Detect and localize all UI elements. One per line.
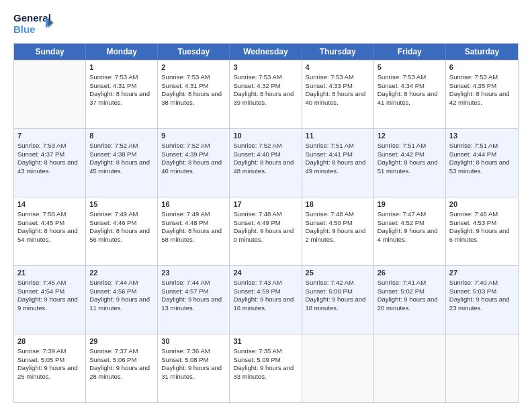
day-number: 31 (233, 336, 298, 347)
calendar-header: SundayMondayTuesdayWednesdayThursdayFrid… (14, 44, 518, 60)
day-number: 19 (378, 199, 442, 210)
sunrise-text: Sunrise: 7:53 AM (89, 73, 138, 81)
daylight-text: Daylight: 9 hours and 13 minutes. (161, 295, 222, 312)
logo: GeneralBlue (13, 11, 54, 36)
calendar-cell: 26Sunrise: 7:41 AMSunset: 5:02 PMDayligh… (374, 266, 446, 334)
sunrise-text: Sunrise: 7:47 AM (378, 210, 426, 218)
sunset-text: Sunset: 4:39 PM (161, 150, 208, 158)
sunset-text: Sunset: 4:53 PM (449, 219, 496, 226)
daylight-text: Daylight: 9 hours and 2 minutes. (306, 227, 366, 243)
sunset-text: Sunset: 4:31 PM (161, 82, 208, 89)
sunrise-text: Sunrise: 7:41 AM (378, 279, 426, 286)
daylight-text: Daylight: 8 hours and 42 minutes. (449, 90, 510, 106)
calendar-cell: 14Sunrise: 7:50 AMSunset: 4:45 PMDayligh… (14, 197, 86, 265)
header-day-friday: Friday (374, 44, 446, 60)
day-number: 17 (233, 199, 298, 210)
sunrise-text: Sunrise: 7:48 AM (233, 210, 281, 218)
calendar-row-0: 1Sunrise: 7:53 AMSunset: 4:31 PMDaylight… (14, 60, 518, 128)
day-number: 26 (378, 268, 442, 278)
daylight-text: Daylight: 9 hours and 33 minutes. (233, 364, 294, 380)
sunset-text: Sunset: 4:33 PM (306, 82, 353, 89)
calendar-cell: 25Sunrise: 7:42 AMSunset: 5:00 PMDayligh… (302, 266, 374, 334)
calendar-cell: 11Sunrise: 7:51 AMSunset: 4:41 PMDayligh… (302, 129, 374, 197)
calendar-cell: 1Sunrise: 7:53 AMSunset: 4:31 PMDaylight… (86, 60, 158, 128)
sunrise-text: Sunrise: 7:51 AM (378, 142, 426, 149)
day-number: 21 (17, 268, 82, 278)
calendar-cell: 7Sunrise: 7:53 AMSunset: 4:37 PMDaylight… (14, 129, 86, 197)
calendar-cell: 12Sunrise: 7:51 AMSunset: 4:42 PMDayligh… (374, 129, 446, 197)
daylight-text: Daylight: 9 hours and 0 minutes. (233, 227, 294, 243)
header: GeneralBlue (13, 11, 519, 36)
calendar-row-3: 21Sunrise: 7:45 AMSunset: 4:54 PMDayligh… (14, 265, 518, 334)
sunrise-text: Sunrise: 7:50 AM (17, 210, 66, 218)
calendar-cell: 16Sunrise: 7:49 AMSunset: 4:48 PMDayligh… (158, 197, 230, 265)
sunset-text: Sunset: 4:45 PM (17, 219, 64, 226)
calendar-cell: 27Sunrise: 7:40 AMSunset: 5:03 PMDayligh… (446, 266, 518, 334)
daylight-text: Daylight: 8 hours and 58 minutes. (161, 227, 222, 243)
sunrise-text: Sunrise: 7:44 AM (89, 279, 138, 286)
svg-marker-3 (48, 17, 54, 28)
calendar-row-2: 14Sunrise: 7:50 AMSunset: 4:45 PMDayligh… (14, 197, 518, 265)
daylight-text: Daylight: 8 hours and 39 minutes. (233, 90, 294, 106)
sunset-text: Sunset: 4:57 PM (161, 287, 208, 295)
sunrise-text: Sunrise: 7:53 AM (161, 73, 210, 81)
sunrise-text: Sunrise: 7:53 AM (17, 142, 66, 149)
daylight-text: Daylight: 9 hours and 11 minutes. (89, 295, 150, 312)
calendar-cell (14, 60, 86, 128)
sunset-text: Sunset: 4:40 PM (233, 150, 280, 158)
day-number: 25 (306, 268, 370, 278)
calendar-row-1: 7Sunrise: 7:53 AMSunset: 4:37 PMDaylight… (14, 128, 518, 197)
sunrise-text: Sunrise: 7:40 AM (449, 279, 498, 286)
daylight-text: Daylight: 9 hours and 28 minutes. (89, 364, 150, 380)
day-number: 3 (233, 62, 298, 73)
daylight-text: Daylight: 9 hours and 31 minutes. (161, 364, 222, 380)
day-number: 10 (233, 131, 298, 141)
sunset-text: Sunset: 4:49 PM (233, 219, 280, 226)
calendar-cell: 23Sunrise: 7:44 AMSunset: 4:57 PMDayligh… (158, 266, 230, 334)
sunrise-text: Sunrise: 7:53 AM (449, 73, 498, 81)
day-number: 6 (449, 62, 515, 73)
page: GeneralBlue SundayMondayTuesdayWednesday… (0, 0, 532, 411)
daylight-text: Daylight: 9 hours and 23 minutes. (449, 295, 510, 312)
day-number: 28 (17, 336, 82, 347)
calendar-cell: 21Sunrise: 7:45 AMSunset: 4:54 PMDayligh… (14, 266, 86, 334)
daylight-text: Daylight: 8 hours and 48 minutes. (233, 158, 294, 175)
sunrise-text: Sunrise: 7:46 AM (449, 210, 498, 218)
daylight-text: Daylight: 8 hours and 41 minutes. (378, 90, 438, 106)
sunset-text: Sunset: 4:54 PM (17, 287, 64, 295)
sunset-text: Sunset: 4:35 PM (449, 82, 496, 89)
header-day-monday: Monday (86, 44, 158, 60)
day-number: 11 (306, 131, 370, 141)
calendar-cell (374, 334, 446, 402)
sunrise-text: Sunrise: 7:45 AM (17, 279, 66, 286)
sunrise-text: Sunrise: 7:53 AM (306, 73, 354, 81)
sunrise-text: Sunrise: 7:52 AM (89, 142, 138, 149)
day-number: 9 (161, 131, 226, 141)
daylight-text: Daylight: 9 hours and 16 minutes. (233, 295, 294, 312)
sunset-text: Sunset: 4:52 PM (378, 219, 425, 226)
calendar-cell: 17Sunrise: 7:48 AMSunset: 4:49 PMDayligh… (230, 197, 302, 265)
day-number: 7 (17, 131, 82, 141)
calendar-cell: 8Sunrise: 7:52 AMSunset: 4:38 PMDaylight… (86, 129, 158, 197)
sunrise-text: Sunrise: 7:52 AM (233, 142, 281, 149)
daylight-text: Daylight: 9 hours and 20 minutes. (378, 295, 438, 312)
sunset-text: Sunset: 5:03 PM (449, 287, 496, 295)
calendar-cell: 18Sunrise: 7:48 AMSunset: 4:50 PMDayligh… (302, 197, 374, 265)
day-number: 24 (233, 268, 298, 278)
daylight-text: Daylight: 8 hours and 43 minutes. (17, 158, 78, 175)
day-number: 22 (89, 268, 154, 278)
calendar-cell: 29Sunrise: 7:37 AMSunset: 5:06 PMDayligh… (86, 334, 158, 402)
day-number: 4 (306, 62, 370, 73)
calendar-cell: 13Sunrise: 7:51 AMSunset: 4:44 PMDayligh… (446, 129, 518, 197)
sunset-text: Sunset: 5:08 PM (161, 356, 208, 363)
sunrise-text: Sunrise: 7:53 AM (233, 73, 281, 81)
calendar-cell: 15Sunrise: 7:49 AMSunset: 4:46 PMDayligh… (86, 197, 158, 265)
calendar-cell: 2Sunrise: 7:53 AMSunset: 4:31 PMDaylight… (158, 60, 230, 128)
sunrise-text: Sunrise: 7:53 AM (378, 73, 426, 81)
calendar-cell: 9Sunrise: 7:52 AMSunset: 4:39 PMDaylight… (158, 129, 230, 197)
header-day-thursday: Thursday (302, 44, 374, 60)
daylight-text: Daylight: 8 hours and 45 minutes. (89, 158, 150, 175)
day-number: 12 (378, 131, 442, 141)
sunrise-text: Sunrise: 7:49 AM (89, 210, 138, 218)
calendar-cell: 4Sunrise: 7:53 AMSunset: 4:33 PMDaylight… (302, 60, 374, 128)
